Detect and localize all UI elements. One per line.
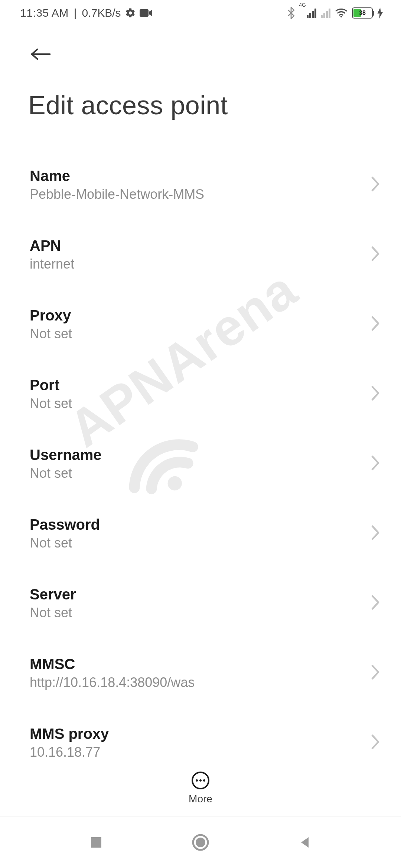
setting-row-username[interactable]: Username Not set bbox=[0, 440, 401, 487]
chevron-right-icon bbox=[371, 525, 380, 542]
nav-recents-button[interactable] bbox=[89, 835, 104, 850]
status-right: 4G 38 bbox=[287, 7, 383, 19]
status-time: 11:35 AM bbox=[20, 7, 69, 19]
setting-value: Not set bbox=[30, 605, 76, 621]
chevron-right-icon bbox=[371, 176, 380, 194]
setting-label: Proxy bbox=[30, 307, 72, 324]
setting-label: Name bbox=[30, 168, 204, 184]
setting-row-mmsc[interactable]: MMSC http://10.16.18.4:38090/was bbox=[0, 649, 401, 697]
chevron-right-icon bbox=[371, 315, 380, 333]
setting-label: MMSC bbox=[30, 656, 195, 673]
back-button[interactable] bbox=[30, 43, 52, 65]
setting-row-password[interactable]: Password Not set bbox=[0, 510, 401, 557]
setting-label: Password bbox=[30, 516, 100, 533]
header-row bbox=[0, 26, 401, 65]
chevron-right-icon bbox=[371, 594, 380, 612]
setting-label: Server bbox=[30, 586, 76, 603]
chevron-right-icon bbox=[371, 455, 380, 473]
battery-percent: 38 bbox=[353, 10, 372, 16]
camera-icon bbox=[140, 9, 152, 17]
setting-label: Port bbox=[30, 377, 72, 394]
setting-label: MMS proxy bbox=[30, 726, 109, 742]
svg-point-6 bbox=[196, 838, 205, 847]
svg-rect-1 bbox=[140, 9, 149, 17]
network-type-label: 4G bbox=[299, 2, 306, 8]
signal-bars-sim1-icon bbox=[307, 8, 316, 18]
status-net-rate: 0.7KB/s bbox=[82, 7, 121, 19]
more-label: More bbox=[189, 793, 212, 805]
setting-value: http://10.16.18.4:38090/was bbox=[30, 675, 195, 690]
android-nav-bar bbox=[0, 816, 401, 868]
square-icon bbox=[89, 835, 104, 850]
setting-row-name[interactable]: Name Pebble-Mobile-Network-MMS bbox=[0, 161, 401, 208]
setting-value: 10.16.18.77 bbox=[30, 744, 109, 760]
status-left: 11:35 AM | 0.7KB/s bbox=[20, 7, 152, 19]
chevron-right-icon bbox=[371, 734, 380, 752]
setting-row-server[interactable]: Server Not set bbox=[0, 579, 401, 627]
setting-label: Username bbox=[30, 447, 101, 463]
status-separator: | bbox=[74, 7, 77, 19]
setting-label: APN bbox=[30, 237, 74, 254]
status-bar: 11:35 AM | 0.7KB/s 4G 38 bbox=[0, 0, 401, 26]
setting-row-mms-proxy[interactable]: MMS proxy 10.16.18.77 bbox=[0, 719, 401, 766]
setting-row-port[interactable]: Port Not set bbox=[0, 370, 401, 418]
settings-list: Name Pebble-Mobile-Network-MMS APN inter… bbox=[0, 120, 401, 766]
chevron-right-icon bbox=[371, 246, 380, 263]
setting-row-proxy[interactable]: Proxy Not set bbox=[0, 300, 401, 348]
nav-home-button[interactable] bbox=[192, 834, 209, 851]
setting-value: internet bbox=[30, 256, 74, 272]
setting-row-apn[interactable]: APN internet bbox=[0, 231, 401, 278]
setting-value: Not set bbox=[30, 396, 72, 411]
chevron-right-icon bbox=[371, 664, 380, 682]
chevron-right-icon bbox=[371, 385, 380, 403]
setting-value: Pebble-Mobile-Network-MMS bbox=[30, 187, 204, 202]
circle-icon bbox=[192, 834, 209, 851]
nav-back-button[interactable] bbox=[297, 835, 312, 850]
svg-rect-4 bbox=[91, 837, 101, 848]
svg-point-2 bbox=[340, 16, 342, 17]
wifi-icon bbox=[335, 8, 348, 18]
more-icon bbox=[192, 772, 209, 789]
page-title: Edit access point bbox=[0, 65, 401, 120]
triangle-left-icon bbox=[297, 835, 312, 850]
setting-value: Not set bbox=[30, 466, 101, 481]
signal-bars-sim2-icon bbox=[321, 8, 330, 18]
battery-icon: 38 bbox=[352, 7, 373, 19]
setting-value: Not set bbox=[30, 326, 72, 342]
charging-icon bbox=[377, 7, 383, 19]
setting-value: Not set bbox=[30, 535, 100, 551]
more-button[interactable]: More bbox=[0, 760, 401, 805]
arrow-left-icon bbox=[30, 47, 52, 62]
bluetooth-icon bbox=[287, 7, 295, 19]
gear-icon bbox=[125, 7, 136, 19]
